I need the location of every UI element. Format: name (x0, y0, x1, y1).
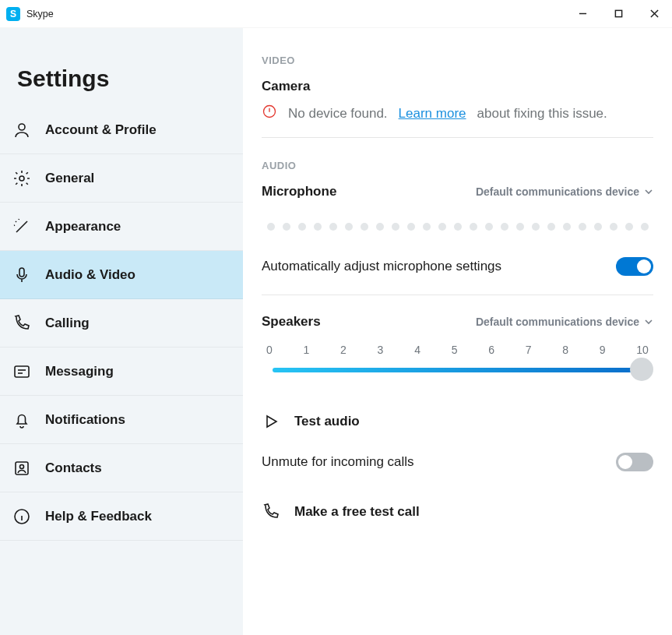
sidebar-item-label: Help & Feedback (45, 509, 152, 524)
title-bar: S Skype (0, 0, 672, 28)
mic-level-dot (625, 223, 633, 231)
microphone-row: Microphone Default communications device (262, 184, 653, 199)
speakers-heading: Speakers (262, 314, 321, 330)
sidebar-item-label: Audio & Video (45, 267, 135, 283)
microphone-device-select[interactable]: Default communications device (476, 185, 653, 198)
svg-point-4 (19, 124, 25, 130)
sidebar-item-help-feedback[interactable]: Help & Feedback (0, 492, 243, 541)
mic-level-dot (283, 223, 290, 231)
settings-heading: Settings (0, 65, 243, 106)
warning-icon (262, 104, 277, 123)
test-audio-button[interactable]: Test audio (262, 401, 653, 442)
mic-level-dot (361, 223, 368, 231)
mic-level-dot (579, 223, 586, 231)
close-icon (650, 9, 659, 18)
settings-main: VIDEO Camera No device found. Learn more… (243, 28, 672, 635)
sidebar-item-audio-video[interactable]: Audio & Video (0, 251, 243, 299)
sidebar-item-label: Appearance (45, 219, 121, 235)
test-audio-label: Test audio (294, 414, 360, 429)
make-test-call-label: Make a free test call (294, 504, 420, 520)
maximize-button[interactable] (600, 2, 636, 26)
svg-point-11 (20, 464, 24, 468)
slider-tick: 3 (378, 344, 384, 356)
mic-level-dot (329, 223, 337, 231)
app-body: Settings Account & Profile General Appea… (0, 28, 672, 635)
slider-thumb[interactable] (630, 358, 653, 381)
sidebar-item-calling[interactable]: Calling (0, 299, 243, 347)
mic-level-dot (532, 223, 540, 231)
svg-rect-6 (19, 268, 24, 277)
mic-level-dot (314, 223, 322, 231)
info-icon (12, 507, 31, 526)
microphone-device-label: Default communications device (476, 185, 639, 198)
mic-level-dot (392, 223, 399, 231)
sidebar-item-label: Account & Profile (45, 122, 157, 138)
phone-icon (262, 503, 280, 521)
chevron-down-icon (644, 187, 653, 196)
speakers-device-select[interactable]: Default communications device (476, 316, 653, 328)
person-icon (12, 121, 31, 139)
unmute-incoming-row: Unmute for incoming calls (262, 442, 653, 492)
auto-adjust-mic-label: Automatically adjust microphone settings (262, 259, 501, 274)
chevron-down-icon (644, 317, 653, 326)
sidebar-item-label: Messaging (45, 364, 114, 379)
learn-more-link[interactable]: Learn more (399, 106, 466, 122)
mic-level-dot (547, 223, 555, 231)
slider-tick: 4 (414, 344, 420, 356)
mic-level-dot (345, 223, 353, 231)
mic-level-dot (438, 223, 446, 231)
mic-level-dot (485, 223, 493, 231)
svg-marker-18 (267, 416, 276, 427)
window-title: Skype (26, 9, 54, 19)
sidebar-item-messaging[interactable]: Messaging (0, 347, 243, 396)
slider-tick: 2 (340, 344, 347, 356)
unmute-incoming-toggle[interactable] (616, 453, 653, 471)
window-controls (565, 2, 672, 26)
mic-level-dot (563, 223, 571, 231)
microphone-heading: Microphone (262, 184, 336, 199)
speakers-row: Speakers Default communications device (262, 314, 653, 330)
sidebar-item-account-profile[interactable]: Account & Profile (0, 106, 243, 154)
unmute-incoming-label: Unmute for incoming calls (262, 454, 414, 470)
title-bar-left: S Skype (6, 7, 54, 21)
minimize-button[interactable] (565, 2, 600, 26)
audio-section-label: AUDIO (262, 160, 653, 171)
close-button[interactable] (636, 2, 672, 26)
slider-tick: 0 (266, 344, 273, 356)
camera-status-row: No device found. Learn more about fixing… (262, 104, 653, 138)
skype-logo: S (6, 7, 20, 21)
make-test-call-button[interactable]: Make a free test call (262, 492, 653, 532)
sidebar-item-label: Contacts (45, 460, 102, 476)
speakers-block: Speakers Default communications device 0… (262, 314, 653, 379)
mic-level-dot (454, 223, 462, 231)
mic-level-dot (423, 223, 431, 231)
slider-tick: 7 (526, 344, 532, 356)
mic-level-dot (298, 223, 306, 231)
microphone-level-meter (262, 210, 653, 251)
speaker-slider-ticks: 0 1 2 3 4 5 6 7 8 9 10 (262, 340, 653, 359)
sidebar-item-label: General (45, 171, 94, 186)
auto-adjust-mic-toggle[interactable] (616, 257, 653, 276)
svg-rect-1 (615, 10, 621, 16)
sidebar-item-label: Calling (45, 316, 90, 331)
speakers-device-label: Default communications device (476, 316, 639, 328)
sidebar-item-appearance[interactable]: Appearance (0, 203, 243, 251)
slider-tick: 9 (600, 344, 606, 356)
svg-rect-7 (15, 366, 29, 377)
bell-icon (12, 411, 31, 429)
microphone-icon (12, 266, 31, 284)
camera-fix-text: about fixing this issue. (477, 106, 607, 122)
speaker-volume-slider[interactable] (262, 361, 653, 379)
sidebar-item-general[interactable]: General (0, 154, 243, 203)
sidebar-item-contacts[interactable]: Contacts (0, 444, 243, 492)
camera-heading: Camera (262, 79, 653, 94)
sidebar-item-notifications[interactable]: Notifications (0, 396, 243, 444)
slider-track (273, 368, 642, 372)
mic-level-dot (501, 223, 508, 231)
auto-adjust-mic-row: Automatically adjust microphone settings (262, 251, 653, 295)
slider-tick: 10 (636, 344, 649, 356)
maximize-icon (614, 9, 623, 18)
mic-level-dot (641, 223, 649, 231)
mic-level-dot (267, 223, 275, 231)
slider-tick: 6 (488, 344, 494, 356)
